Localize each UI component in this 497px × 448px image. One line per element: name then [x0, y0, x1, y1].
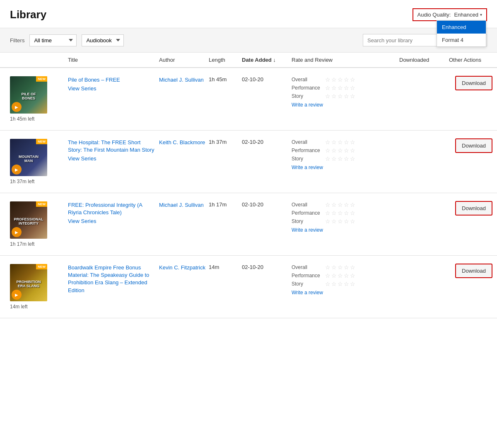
- rating-row: Performance ☆☆☆☆☆: [292, 272, 399, 279]
- star[interactable]: ☆: [325, 93, 331, 99]
- write-review-link[interactable]: Write a review: [292, 165, 399, 170]
- star[interactable]: ☆: [338, 85, 343, 91]
- star[interactable]: ☆: [338, 147, 343, 154]
- star[interactable]: ☆: [325, 85, 331, 91]
- play-button[interactable]: ▶: [12, 227, 22, 237]
- play-button[interactable]: ▶: [12, 102, 22, 112]
- star[interactable]: ☆: [344, 281, 349, 287]
- star[interactable]: ☆: [325, 155, 331, 162]
- star[interactable]: ☆: [344, 264, 349, 271]
- star[interactable]: ☆: [338, 76, 343, 83]
- star[interactable]: ☆: [331, 210, 337, 216]
- star[interactable]: ☆: [350, 272, 355, 279]
- star[interactable]: ☆: [325, 218, 331, 225]
- star[interactable]: ☆: [331, 155, 337, 162]
- star[interactable]: ☆: [338, 272, 343, 279]
- book-title-link[interactable]: Pile of Bones – FREE: [68, 77, 120, 83]
- star[interactable]: ☆: [338, 139, 343, 145]
- book-cover[interactable]: MOUNTAINMAN NEW ▶: [10, 139, 47, 176]
- star[interactable]: ☆: [331, 76, 337, 83]
- star[interactable]: ☆: [338, 93, 343, 99]
- star[interactable]: ☆: [331, 218, 337, 225]
- write-review-link[interactable]: Write a review: [292, 227, 399, 233]
- star[interactable]: ☆: [338, 281, 343, 287]
- star[interactable]: ☆: [344, 147, 349, 154]
- star[interactable]: ☆: [325, 264, 331, 271]
- download-button[interactable]: Download: [456, 139, 492, 153]
- star[interactable]: ☆: [344, 210, 349, 216]
- star[interactable]: ☆: [350, 147, 355, 154]
- star[interactable]: ☆: [331, 264, 337, 271]
- star[interactable]: ☆: [325, 139, 331, 145]
- type-filter-select[interactable]: Audiobook Podcast: [82, 34, 124, 46]
- dropdown-option-format4[interactable]: Format 4: [437, 34, 486, 46]
- star[interactable]: ☆: [331, 139, 337, 145]
- star[interactable]: ☆: [350, 210, 355, 216]
- time-filter-select[interactable]: All time Last 30 days Last 90 days Last …: [29, 34, 77, 46]
- book-cover[interactable]: PROFESSIONALINTEGRITY NEW ▶: [10, 201, 47, 239]
- download-button[interactable]: Download: [456, 76, 492, 90]
- book-title-link[interactable]: Boardwalk Empire Free Bonus Material: Th…: [68, 264, 149, 293]
- author-link[interactable]: Michael J. Sullivan: [159, 77, 204, 83]
- star[interactable]: ☆: [331, 93, 337, 99]
- length-col: 1h 45m: [209, 76, 242, 82]
- star[interactable]: ☆: [350, 76, 355, 83]
- star[interactable]: ☆: [350, 93, 355, 99]
- star[interactable]: ☆: [350, 281, 355, 287]
- book-title-link[interactable]: The Hospital: The FREE Short Story: The …: [68, 139, 154, 153]
- write-review-link[interactable]: Write a review: [292, 290, 399, 295]
- star[interactable]: ☆: [331, 281, 337, 287]
- audio-quality-select[interactable]: Enhanced ▾: [454, 12, 482, 18]
- play-button[interactable]: ▶: [12, 165, 22, 174]
- star[interactable]: ☆: [344, 272, 349, 279]
- star[interactable]: ☆: [350, 264, 355, 271]
- star[interactable]: ☆: [344, 85, 349, 91]
- star[interactable]: ☆: [338, 201, 343, 208]
- download-button[interactable]: Download: [456, 201, 492, 215]
- download-button[interactable]: Download: [456, 264, 492, 278]
- author-link[interactable]: Michael J. Sullivan: [159, 202, 204, 208]
- star[interactable]: ☆: [331, 85, 337, 91]
- star[interactable]: ☆: [325, 147, 331, 154]
- star[interactable]: ☆: [331, 147, 337, 154]
- star[interactable]: ☆: [338, 155, 343, 162]
- author-link[interactable]: Keith C. Blackmore: [159, 139, 205, 145]
- star[interactable]: ☆: [325, 281, 331, 287]
- star[interactable]: ☆: [325, 210, 331, 216]
- book-title-link[interactable]: FREE: Professional Integrity (A Riyria C…: [68, 202, 142, 216]
- book-cover-col: MOUNTAINMAN NEW ▶ 1h 37m left: [10, 139, 68, 184]
- col-header-date[interactable]: Date Added ↓: [242, 57, 292, 63]
- star[interactable]: ☆: [350, 155, 355, 162]
- star[interactable]: ☆: [344, 139, 349, 145]
- write-review-link[interactable]: Write a review: [292, 102, 399, 108]
- star[interactable]: ☆: [338, 264, 343, 271]
- star[interactable]: ☆: [325, 76, 331, 83]
- star[interactable]: ☆: [344, 218, 349, 225]
- book-cover[interactable]: PROHIBITIONERA SLANG NEW ▶: [10, 264, 47, 301]
- star[interactable]: ☆: [331, 272, 337, 279]
- star[interactable]: ☆: [350, 139, 355, 145]
- view-series-link[interactable]: View Series: [68, 85, 156, 92]
- rating-section: Overall ☆☆☆☆☆ Performance ☆☆☆☆☆ Story ☆☆…: [292, 139, 399, 170]
- star[interactable]: ☆: [338, 210, 343, 216]
- play-button[interactable]: ▶: [12, 290, 22, 300]
- view-series-link[interactable]: View Series: [68, 218, 156, 224]
- star[interactable]: ☆: [350, 201, 355, 208]
- star[interactable]: ☆: [344, 93, 349, 99]
- star[interactable]: ☆: [344, 155, 349, 162]
- star[interactable]: ☆: [344, 201, 349, 208]
- star[interactable]: ☆: [331, 201, 337, 208]
- actions-col: Download: [449, 201, 497, 215]
- actions-col: Download: [449, 139, 497, 153]
- star-group: ☆☆☆☆☆: [325, 210, 355, 216]
- star[interactable]: ☆: [350, 218, 355, 225]
- book-cover[interactable]: PILE OFBONES NEW ▶: [10, 76, 47, 114]
- star[interactable]: ☆: [350, 85, 355, 91]
- author-link[interactable]: Kevin C. Fitzpatrick: [159, 264, 205, 271]
- star[interactable]: ☆: [325, 201, 331, 208]
- star[interactable]: ☆: [344, 76, 349, 83]
- star[interactable]: ☆: [338, 218, 343, 225]
- star[interactable]: ☆: [325, 272, 331, 279]
- view-series-link[interactable]: View Series: [68, 155, 156, 162]
- dropdown-option-enhanced[interactable]: Enhanced: [437, 21, 486, 34]
